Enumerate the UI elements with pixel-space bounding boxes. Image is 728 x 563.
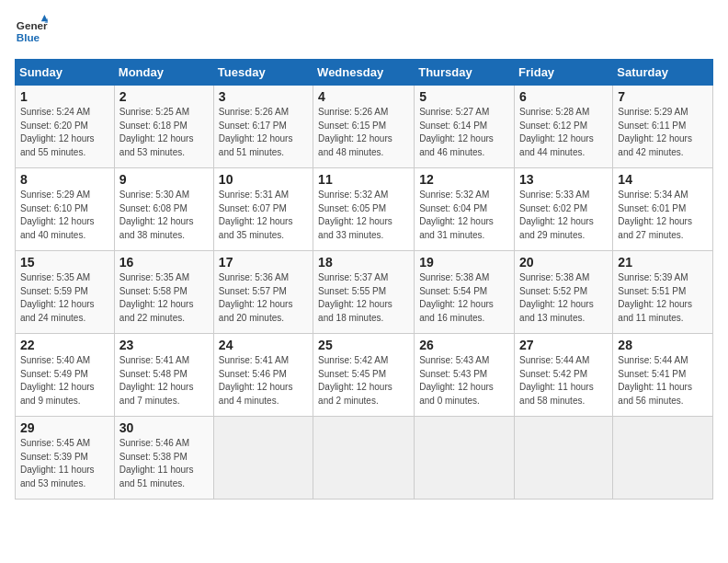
calendar-cell: 21Sunrise: 5:39 AM Sunset: 5:51 PM Dayli…: [613, 251, 713, 334]
calendar-cell: 24Sunrise: 5:41 AM Sunset: 5:46 PM Dayli…: [213, 334, 313, 417]
calendar-cell: 2Sunrise: 5:25 AM Sunset: 6:18 PM Daylig…: [114, 86, 213, 168]
day-number: 21: [618, 255, 708, 270]
calendar-cell: 6Sunrise: 5:28 AM Sunset: 6:12 PM Daylig…: [515, 86, 613, 168]
calendar-cell: 17Sunrise: 5:36 AM Sunset: 5:57 PM Dayli…: [213, 251, 313, 334]
day-detail: Sunrise: 5:41 AM Sunset: 5:46 PM Dayligh…: [219, 354, 308, 408]
day-number: 29: [20, 420, 109, 435]
calendar-cell: [515, 417, 613, 500]
calendar-cell: 1Sunrise: 5:24 AM Sunset: 6:20 PM Daylig…: [16, 86, 115, 168]
day-number: 13: [519, 172, 608, 187]
calendar-cell: 27Sunrise: 5:44 AM Sunset: 5:42 PM Dayli…: [515, 334, 613, 417]
day-detail: Sunrise: 5:38 AM Sunset: 5:52 PM Dayligh…: [519, 271, 608, 325]
calendar-cell: 9Sunrise: 5:30 AM Sunset: 6:08 PM Daylig…: [114, 168, 213, 251]
weekday-header-sunday: Sunday: [16, 60, 115, 86]
day-detail: Sunrise: 5:38 AM Sunset: 5:54 PM Dayligh…: [419, 271, 509, 325]
calendar-cell: 23Sunrise: 5:41 AM Sunset: 5:48 PM Dayli…: [114, 334, 213, 417]
day-number: 19: [419, 255, 509, 270]
day-detail: Sunrise: 5:46 AM Sunset: 5:38 PM Dayligh…: [119, 437, 209, 490]
day-detail: Sunrise: 5:27 AM Sunset: 6:14 PM Dayligh…: [419, 106, 509, 159]
calendar-cell: 7Sunrise: 5:29 AM Sunset: 6:11 PM Daylig…: [613, 86, 713, 168]
svg-text:Blue: Blue: [17, 31, 40, 43]
day-detail: Sunrise: 5:26 AM Sunset: 6:15 PM Dayligh…: [318, 106, 409, 159]
day-detail: Sunrise: 5:28 AM Sunset: 6:12 PM Dayligh…: [519, 106, 608, 159]
weekday-header-wednesday: Wednesday: [313, 60, 415, 86]
weekday-header-thursday: Thursday: [415, 60, 515, 86]
calendar-cell: 19Sunrise: 5:38 AM Sunset: 5:54 PM Dayli…: [415, 251, 515, 334]
calendar-cell: [213, 417, 313, 500]
calendar-cell: 30Sunrise: 5:46 AM Sunset: 5:38 PM Dayli…: [114, 417, 213, 500]
day-detail: Sunrise: 5:42 AM Sunset: 5:45 PM Dayligh…: [318, 354, 409, 408]
day-number: 14: [618, 172, 708, 187]
day-detail: Sunrise: 5:30 AM Sunset: 6:08 PM Dayligh…: [119, 189, 209, 242]
weekday-header-tuesday: Tuesday: [213, 60, 313, 86]
day-detail: Sunrise: 5:32 AM Sunset: 6:05 PM Dayligh…: [318, 189, 409, 242]
calendar-cell: 8Sunrise: 5:29 AM Sunset: 6:10 PM Daylig…: [16, 168, 115, 251]
day-detail: Sunrise: 5:41 AM Sunset: 5:48 PM Dayligh…: [119, 354, 209, 408]
calendar-cell: 4Sunrise: 5:26 AM Sunset: 6:15 PM Daylig…: [313, 86, 415, 168]
day-number: 10: [219, 172, 308, 187]
day-detail: Sunrise: 5:32 AM Sunset: 6:04 PM Dayligh…: [419, 189, 509, 242]
day-detail: Sunrise: 5:29 AM Sunset: 6:11 PM Dayligh…: [618, 106, 708, 159]
day-detail: Sunrise: 5:35 AM Sunset: 5:59 PM Dayligh…: [20, 271, 109, 325]
day-number: 23: [119, 338, 209, 352]
calendar-cell: 25Sunrise: 5:42 AM Sunset: 5:45 PM Dayli…: [313, 334, 415, 417]
day-number: 18: [318, 255, 409, 270]
weekday-header-monday: Monday: [114, 60, 213, 86]
day-number: 7: [618, 89, 708, 104]
day-number: 5: [419, 89, 509, 104]
calendar-cell: 3Sunrise: 5:26 AM Sunset: 6:17 PM Daylig…: [213, 86, 313, 168]
day-number: 17: [219, 255, 308, 270]
day-number: 25: [318, 338, 409, 352]
day-number: 8: [20, 172, 109, 187]
calendar-cell: 16Sunrise: 5:35 AM Sunset: 5:58 PM Dayli…: [114, 251, 213, 334]
day-detail: Sunrise: 5:37 AM Sunset: 5:55 PM Dayligh…: [318, 271, 409, 325]
day-number: 28: [618, 338, 708, 352]
day-detail: Sunrise: 5:35 AM Sunset: 5:58 PM Dayligh…: [119, 271, 209, 325]
calendar-cell: [313, 417, 415, 500]
day-number: 24: [219, 338, 308, 352]
calendar-table: SundayMondayTuesdayWednesdayThursdayFrid…: [15, 59, 713, 500]
day-detail: Sunrise: 5:29 AM Sunset: 6:10 PM Dayligh…: [20, 189, 109, 242]
day-detail: Sunrise: 5:24 AM Sunset: 6:20 PM Dayligh…: [20, 106, 109, 159]
calendar-cell: 12Sunrise: 5:32 AM Sunset: 6:04 PM Dayli…: [415, 168, 515, 251]
day-detail: Sunrise: 5:44 AM Sunset: 5:42 PM Dayligh…: [519, 354, 608, 408]
day-detail: Sunrise: 5:36 AM Sunset: 5:57 PM Dayligh…: [219, 271, 308, 325]
day-number: 6: [519, 89, 608, 104]
page-header: General Blue: [15, 15, 713, 48]
day-number: 30: [119, 420, 209, 435]
day-number: 1: [20, 89, 109, 104]
day-number: 22: [20, 338, 109, 352]
day-number: 16: [119, 255, 209, 270]
day-detail: Sunrise: 5:40 AM Sunset: 5:49 PM Dayligh…: [20, 354, 109, 408]
logo: General Blue: [15, 15, 48, 48]
calendar-cell: 13Sunrise: 5:33 AM Sunset: 6:02 PM Dayli…: [515, 168, 613, 251]
day-detail: Sunrise: 5:43 AM Sunset: 5:43 PM Dayligh…: [419, 354, 509, 408]
day-number: 2: [119, 89, 209, 104]
day-number: 26: [419, 338, 509, 352]
day-number: 15: [20, 255, 109, 270]
calendar-cell: 28Sunrise: 5:44 AM Sunset: 5:41 PM Dayli…: [613, 334, 713, 417]
day-detail: Sunrise: 5:26 AM Sunset: 6:17 PM Dayligh…: [219, 106, 308, 159]
calendar-cell: 22Sunrise: 5:40 AM Sunset: 5:49 PM Dayli…: [16, 334, 115, 417]
day-detail: Sunrise: 5:33 AM Sunset: 6:02 PM Dayligh…: [519, 189, 608, 242]
calendar-cell: 15Sunrise: 5:35 AM Sunset: 5:59 PM Dayli…: [16, 251, 115, 334]
weekday-header-saturday: Saturday: [613, 60, 713, 86]
calendar-cell: 29Sunrise: 5:45 AM Sunset: 5:39 PM Dayli…: [16, 417, 115, 500]
day-detail: Sunrise: 5:25 AM Sunset: 6:18 PM Dayligh…: [119, 106, 209, 159]
day-number: 11: [318, 172, 409, 187]
day-detail: Sunrise: 5:31 AM Sunset: 6:07 PM Dayligh…: [219, 189, 308, 242]
day-number: 9: [119, 172, 209, 187]
calendar-cell: 10Sunrise: 5:31 AM Sunset: 6:07 PM Dayli…: [213, 168, 313, 251]
calendar-cell: 14Sunrise: 5:34 AM Sunset: 6:01 PM Dayli…: [613, 168, 713, 251]
calendar-cell: [415, 417, 515, 500]
day-detail: Sunrise: 5:34 AM Sunset: 6:01 PM Dayligh…: [618, 189, 708, 242]
calendar-cell: 18Sunrise: 5:37 AM Sunset: 5:55 PM Dayli…: [313, 251, 415, 334]
day-number: 4: [318, 89, 409, 104]
day-number: 12: [419, 172, 509, 187]
calendar-cell: 5Sunrise: 5:27 AM Sunset: 6:14 PM Daylig…: [415, 86, 515, 168]
calendar-cell: [613, 417, 713, 500]
day-number: 20: [519, 255, 608, 270]
calendar-cell: 26Sunrise: 5:43 AM Sunset: 5:43 PM Dayli…: [415, 334, 515, 417]
day-number: 27: [519, 338, 608, 352]
day-detail: Sunrise: 5:44 AM Sunset: 5:41 PM Dayligh…: [618, 354, 708, 408]
